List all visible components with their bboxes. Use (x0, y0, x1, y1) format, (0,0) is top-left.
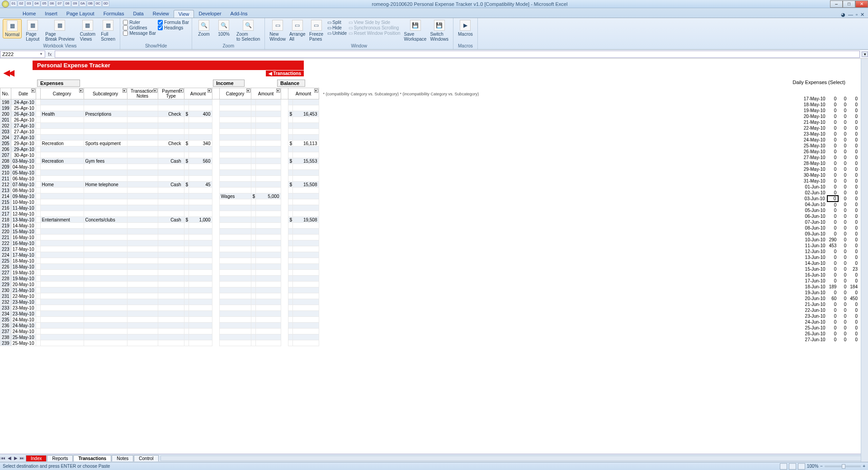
filter-icon[interactable]: ▾ (153, 89, 157, 93)
unhide-button[interactable]: ▭ Unhide (327, 31, 347, 36)
col-income-category[interactable]: Category▾ (219, 88, 251, 99)
daily-table[interactable]: 17-May-1000018-May-1000019-May-1000020-M… (801, 96, 860, 343)
daily-row[interactable]: 21-May-10000 (801, 119, 859, 125)
daily-row[interactable]: 26-May-10000 (801, 149, 859, 155)
table-row[interactable]: 21813-May-10EntertainmentConcerts/clubsC… (0, 217, 481, 223)
col-subcategory[interactable]: Subcategory▾ (84, 88, 127, 99)
daily-row[interactable]: 23-Jun-10000 (801, 313, 859, 319)
name-box[interactable]: Z222 ▼ (0, 51, 45, 58)
table-row[interactable]: 21308-May-10 (0, 188, 481, 193)
page-layout-button[interactable]: ▦PageLayout (24, 19, 42, 42)
sheet-tab-index[interactable]: Index (26, 455, 47, 461)
ribbon-tab-view[interactable]: View (174, 10, 194, 18)
zoom-out-icon[interactable]: − (820, 464, 823, 469)
headings-checkbox[interactable]: Headings (158, 25, 189, 30)
new-window-button[interactable]: ▭NewWindow (268, 19, 288, 42)
table-row[interactable]: 23925-May-10 (0, 340, 481, 346)
formula-bar[interactable] (55, 51, 860, 58)
save-workspace-button[interactable]: 💾SaveWorkspace (402, 19, 429, 42)
zoom-in-icon[interactable]: + (863, 464, 865, 469)
macros-button[interactable]: ▶Macros (456, 19, 475, 38)
full-screen-button[interactable]: ▦FullScreen (99, 19, 117, 42)
table-row[interactable]: 20529-Apr-10RecreationSports equipmentCh… (0, 141, 481, 146)
formula-bar-expand[interactable]: ▾ (862, 52, 868, 57)
qat-button[interactable]: 07 (56, 0, 63, 7)
table-row[interactable]: 22015-May-10 (0, 229, 481, 235)
table-row[interactable]: 20803-May-10RecreationGym feesCash$560$1… (0, 158, 481, 164)
table-row[interactable]: 20904-May-10 (0, 164, 481, 170)
gridlines-checkbox[interactable]: Gridlines (123, 25, 156, 30)
daily-row[interactable]: 19-Jun-10000 (801, 290, 859, 296)
daily-row[interactable]: 14-Jun-10000 (801, 260, 859, 266)
view-normal-icon[interactable] (780, 463, 787, 470)
daily-row[interactable]: 13-Jun-10000 (801, 254, 859, 260)
qat-button[interactable]: 01 (10, 0, 17, 7)
table-row[interactable]: 20126-Apr-10 (0, 117, 481, 123)
sheet-tab-reports[interactable]: Reports (47, 455, 73, 461)
sheet-tab-transactions[interactable]: Transactions (73, 455, 111, 461)
split-button[interactable]: ▭ Split (327, 20, 347, 25)
maximize-button[interactable]: □ (843, 0, 855, 8)
freeze-panes-button[interactable]: ▭FreezePanes (307, 19, 326, 42)
daily-row[interactable]: 16-Jun-10000 (801, 272, 859, 278)
table-row[interactable]: 22819-May-10 (0, 276, 481, 282)
vertical-scrollbar[interactable] (861, 59, 868, 462)
daily-row[interactable]: 29-May-10000 (801, 166, 859, 172)
daily-row[interactable]: 15-Jun-100023 (801, 266, 859, 272)
daily-row[interactable]: 02-Jun-10000 (801, 190, 859, 196)
ribbon-tab-insert[interactable]: Insert (40, 10, 62, 18)
table-row[interactable]: 19925-Apr-10 (0, 105, 481, 111)
switch-windows-button[interactable]: 💾SwitchWindows (428, 19, 450, 42)
daily-row[interactable]: 22-Jun-10000 (801, 307, 859, 313)
table-row[interactable]: 20227-Apr-10 (0, 123, 481, 129)
ribbon-tab-data[interactable]: Data (128, 10, 148, 18)
daily-row[interactable]: 06-Jun-10000 (801, 213, 859, 219)
filter-icon[interactable]: ▾ (31, 89, 35, 93)
tab-nav-next[interactable]: ▶ (13, 456, 19, 461)
table-row[interactable]: 20629-Apr-10 (0, 146, 481, 152)
message-bar-checkbox[interactable]: Message Bar (123, 31, 156, 36)
sheet-tab-notes[interactable]: Notes (112, 455, 133, 461)
table-row[interactable]: 21106-May-10 (0, 176, 481, 182)
namebox-dropdown-icon[interactable]: ▼ (39, 52, 43, 56)
daily-row[interactable]: 18-Jun-101890184 (801, 284, 859, 290)
daily-row[interactable]: 19-May-10000 (801, 108, 859, 113)
table-row[interactable]: 23323-May-10 (0, 305, 481, 311)
tab-nav-prev[interactable]: ◀ (6, 456, 13, 461)
ribbon-tab-formulas[interactable]: Formulas (99, 10, 129, 18)
qat-button[interactable]: 0C (94, 0, 102, 7)
tab-nav-first[interactable]: ⏮ (0, 456, 6, 461)
daily-row[interactable]: 12-Jun-10000 (801, 249, 859, 254)
table-row[interactable]: 23624-May-10 (0, 323, 481, 329)
table-row[interactable]: 20730-Apr-10 (0, 152, 481, 158)
qat-button[interactable]: 05 (41, 0, 48, 7)
qat-button[interactable]: 0B (87, 0, 94, 7)
daily-row[interactable]: 31-May-10000 (801, 178, 859, 184)
table-row[interactable]: 23423-May-10 (0, 311, 481, 317)
data-grid[interactable]: No. Date▾ Category▾ Subcategory▾ Transac… (0, 88, 859, 454)
daily-row[interactable]: 01-Jun-10000 (801, 184, 859, 190)
daily-row[interactable]: 07-Jun-10000 (801, 219, 859, 225)
zoom-button[interactable]: 🔍Zoom (195, 19, 213, 38)
daily-row[interactable]: 10-Jun-1029000 (801, 237, 859, 243)
qat-button[interactable]: 04 (33, 0, 40, 7)
table-row[interactable]: 23223-May-10 (0, 299, 481, 305)
table-row[interactable]: 22216-May-10 (0, 240, 481, 246)
daily-row[interactable]: 30-May-10000 (801, 172, 859, 178)
daily-row[interactable]: 03-Jun-10000 (801, 196, 859, 202)
table-row[interactable]: 20427-Apr-10 (0, 135, 481, 141)
table-row[interactable]: 23524-May-10 (0, 317, 481, 323)
page-break-preview-button[interactable]: ▦PageBreak Preview (43, 19, 76, 42)
table-row[interactable]: 23724-May-10 (0, 329, 481, 334)
daily-row[interactable]: 09-Jun-10000 (801, 231, 859, 237)
table-row[interactable]: 20327-Apr-10 (0, 129, 481, 135)
worksheet-area[interactable]: ◀◀ Personal Expense Tracker ◀ Transactio… (0, 59, 868, 454)
office-button[interactable] (2, 0, 9, 8)
arrange-all-button[interactable]: ▭ArrangeAll (288, 19, 307, 42)
daily-row[interactable]: 24-May-10000 (801, 137, 859, 143)
view-break-icon[interactable] (798, 463, 805, 470)
view-layout-icon[interactable] (789, 463, 796, 470)
daily-row[interactable]: 17-Jun-10000 (801, 278, 859, 284)
table-row[interactable]: 22116-May-10 (0, 235, 481, 240)
ribbon-tab-home[interactable]: Home (18, 10, 40, 18)
